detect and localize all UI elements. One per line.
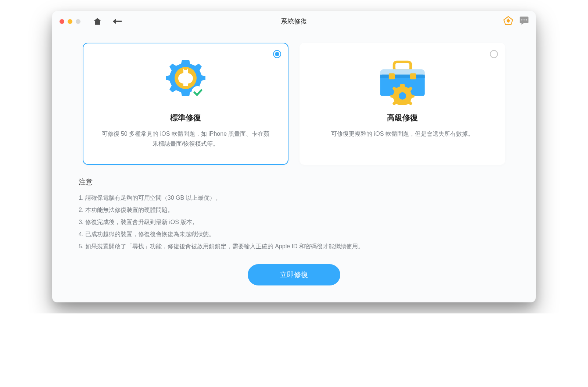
- mode-options: 標準修復 可修復 50 多種常見的 iOS 軟體問題，如 iPhone 黑畫面、…: [79, 43, 509, 165]
- svg-point-2: [523, 19, 524, 20]
- traffic-lights: [60, 19, 80, 24]
- radio-unselected-icon: [490, 50, 498, 58]
- svg-rect-9: [389, 73, 395, 79]
- content-area: 標準修復 可修復 50 多種常見的 iOS 軟體問題，如 iPhone 黑畫面、…: [52, 32, 536, 302]
- svg-point-11: [399, 92, 406, 100]
- notes-list: 請確保電腦有足夠的可用空間（30 GB 以上最优）。 本功能無法修復裝置的硬體問…: [79, 192, 509, 252]
- svg-rect-8: [380, 75, 424, 78]
- crown-icon[interactable]: [503, 16, 513, 26]
- nav-icons: [94, 18, 122, 25]
- option-title: 標準修復: [170, 113, 201, 123]
- note-item: 如果裝置開啟了「尋找」功能，修復後會被啟用鎖鎖定，需要輸入正確的 Apple I…: [79, 241, 509, 253]
- option-advanced-repair[interactable]: 高級修復 可修復更複雜的 iOS 軟體問題，但是會遺失所有數據。: [300, 43, 505, 165]
- titlebar: 系統修復: [52, 11, 536, 32]
- page-title: 系統修復: [281, 17, 307, 26]
- feedback-icon[interactable]: [520, 17, 528, 26]
- back-icon[interactable]: [113, 19, 122, 24]
- gear-wrench-icon: [161, 56, 211, 106]
- option-title: 高級修復: [387, 113, 418, 123]
- action-row: 立即修復: [79, 264, 509, 285]
- toolbox-icon: [377, 56, 427, 106]
- note-item: 已成功越獄的裝置，修復後會恢復為未越獄狀態。: [79, 228, 509, 241]
- minimize-icon[interactable]: [68, 19, 72, 24]
- note-item: 本功能無法修復裝置的硬體問題。: [79, 204, 509, 216]
- maximize-icon[interactable]: [76, 19, 80, 24]
- repair-now-button[interactable]: 立即修復: [248, 264, 340, 285]
- option-description: 可修復更複雜的 iOS 軟體問題，但是會遺失所有數據。: [331, 129, 474, 139]
- notes-section: 注意 請確保電腦有足夠的可用空間（30 GB 以上最优）。 本功能無法修復裝置的…: [79, 177, 509, 252]
- radio-selected-icon: [273, 50, 281, 58]
- notes-heading: 注意: [79, 177, 509, 187]
- option-standard-repair[interactable]: 標準修復 可修復 50 多種常見的 iOS 軟體問題，如 iPhone 黑畫面、…: [83, 43, 288, 165]
- close-icon[interactable]: [60, 19, 64, 24]
- svg-point-3: [526, 19, 527, 20]
- note-item: 修復完成後，裝置會升級到最新 iOS 版本。: [79, 216, 509, 228]
- svg-point-1: [521, 19, 522, 20]
- app-window: 系統修復: [52, 11, 536, 302]
- note-item: 請確保電腦有足夠的可用空間（30 GB 以上最优）。: [79, 192, 509, 204]
- option-description: 可修復 50 多種常見的 iOS 軟體問題，如 iPhone 黑畫面、卡在蘋果標…: [100, 129, 272, 149]
- svg-rect-10: [410, 73, 416, 79]
- home-icon[interactable]: [94, 18, 101, 25]
- svg-point-5: [191, 86, 204, 99]
